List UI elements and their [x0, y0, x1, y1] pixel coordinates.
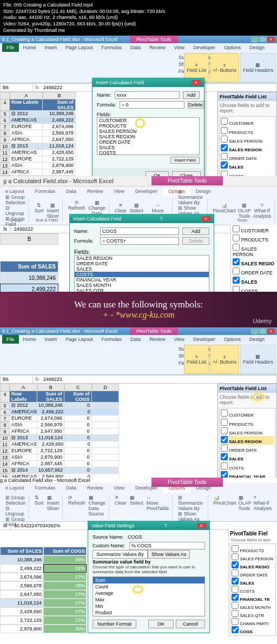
- fields-listbox[interactable]: CUSTOMERPRODUCTSSALES PERSONSALES REGION…: [97, 117, 200, 155]
- ribbon-tabs: FileHomeInsertPage LayoutFormulasDataRev…: [0, 43, 277, 52]
- col-b-header: B: [0, 233, 58, 245]
- window-title: 8.1_Creating a Calculated Field.xlsx - M…: [2, 37, 117, 42]
- dialog-close-icon[interactable]: ×: [192, 80, 201, 85]
- field-check-products[interactable]: PRODUCTS: [221, 127, 274, 136]
- tab-design[interactable]: Design: [245, 43, 269, 52]
- pivot-grid: AB 4Row LabelsSum of SALES5⊟ 201210,388,…: [0, 92, 76, 176]
- col-headers: AB: [0, 92, 76, 99]
- field-list-pane: PivotTable Fiel Choose fields to add PRO…: [228, 529, 277, 637]
- insert-calc-field-dialog: Insert Calculated Field?× Name:Add Formu…: [69, 214, 214, 292]
- name-input[interactable]: [115, 91, 180, 99]
- tab-data[interactable]: Data: [126, 43, 145, 52]
- tab-page-layout[interactable]: Page Layout: [61, 43, 97, 52]
- name-input[interactable]: [100, 227, 179, 235]
- delete-button[interactable]: Delete: [188, 101, 204, 109]
- tab-show-as[interactable]: Show Values As: [148, 550, 190, 559]
- table-row[interactable]: 8ASIA2,566,978: [0, 130, 76, 137]
- number-format-button[interactable]: Number Format: [93, 620, 136, 628]
- tab-review[interactable]: Review: [145, 43, 170, 52]
- tab-view[interactable]: View: [170, 43, 189, 52]
- window-title: g a Calculated Field.xlsx - Microsoft Ex…: [0, 176, 277, 186]
- table-row[interactable]: 5⊟ 201210,388,246: [0, 111, 76, 117]
- add-button[interactable]: Add: [182, 227, 209, 235]
- field-check-costs[interactable]: COSTS: [221, 171, 274, 177]
- panel-4: g a Calculated Field.xlsx - Microsoft Ex…: [0, 478, 277, 640]
- name-box[interactable]: B6: [1, 84, 33, 91]
- insert-calc-field-dialog: Insert Calculated Field× Name:Add Formul…: [92, 78, 205, 176]
- pivottable-tools-tab: PivotTable Tools: [130, 36, 178, 43]
- close-button[interactable]: ×: [267, 37, 275, 42]
- close-button[interactable]: Close: [172, 171, 201, 176]
- field-checklist: CUSTOMER PRODUCTS SALES PERSON SALES REG…: [219, 116, 275, 176]
- ribbon: Summarize Values By Show Values As Field…: [0, 344, 277, 375]
- fx-icon[interactable]: fx: [33, 84, 41, 91]
- min-button[interactable]: _: [251, 37, 259, 42]
- field-check-sales-region[interactable]: SALES REGION: [221, 144, 274, 153]
- fields-listbox[interactable]: SALES REGIONORDER DATESALESCOSTSFINANCIA…: [74, 255, 209, 292]
- tab-formulas[interactable]: Formulas: [97, 43, 127, 52]
- delete-button[interactable]: Delete: [182, 237, 209, 245]
- custom-name-input[interactable]: [129, 542, 205, 549]
- formula-input[interactable]: [120, 101, 184, 109]
- instruction-banner: We can use the following symbols: + - *w…: [0, 292, 277, 327]
- field-check-customer[interactable]: CUSTOMER: [221, 118, 274, 126]
- field-list-pane: PivotTable Field List Choose fields to a…: [217, 384, 277, 478]
- add-button[interactable]: Add: [183, 91, 200, 99]
- pivottable-tools-tab: PivotTable Tools: [151, 176, 223, 185]
- table-row[interactable]: 9AFRICA2,647,950: [0, 137, 76, 143]
- panel-2: g a Calculated Field.xlsx - Microsoft Ex…: [0, 176, 277, 292]
- table-row[interactable]: 6AMERICAS2,499,222: [0, 117, 76, 124]
- field-check-sales-person[interactable]: SALES PERSON: [221, 136, 274, 144]
- table-row[interactable]: 14AFRICA2,987,445: [0, 169, 76, 176]
- ribbon-tabs: e LayoutFormulasDataReviewViewDeveloperO…: [0, 186, 277, 196]
- pivot-grid: Sum of SALESSum of COGS 10,388,24626%2,4…: [0, 531, 87, 633]
- tab-home[interactable]: Home: [19, 43, 41, 52]
- udemy-logo: Udemy: [253, 318, 272, 324]
- cancel-button[interactable]: Cancel: [176, 620, 205, 628]
- calculation-listbox[interactable]: SumCountAverageMaxMinProduct: [93, 576, 205, 616]
- field-check-sales[interactable]: SALES: [221, 162, 274, 170]
- panel-3: 8.1_Creating a Calculated Field.xlsx - M…: [0, 327, 277, 478]
- value-field-settings-dialog: Value Field Settings?× Source Name: COGS…: [88, 521, 210, 633]
- tab-file[interactable]: File: [2, 43, 19, 52]
- window-buttons: _□×: [250, 37, 275, 42]
- formula-input[interactable]: [100, 237, 179, 245]
- table-row[interactable]: 11AMERICAS2,428,650: [0, 150, 76, 156]
- dialog-close-icon[interactable]: ×: [201, 216, 210, 222]
- field-checklist: CUSTOMER PRODUCTS SALES PERSON SALES REG…: [230, 225, 277, 292]
- dialog-help-icon[interactable]: ?: [157, 216, 166, 222]
- field-list-pane: PivotTable Field List Choose fields to a…: [217, 92, 277, 176]
- tab-insert[interactable]: Insert: [41, 43, 62, 52]
- field-check-order-date[interactable]: ORDER DATE: [221, 153, 274, 162]
- insert-field-button[interactable]: Insert Field: [170, 157, 200, 164]
- table-row[interactable]: 7EUROPE2,674,096: [0, 124, 76, 130]
- table-row[interactable]: 13ASIA2,879,900: [0, 163, 76, 169]
- table-row[interactable]: 10⊟ 201311,018,124: [0, 143, 76, 150]
- dialog-close-icon[interactable]: ×: [197, 523, 206, 528]
- field-headers-button[interactable]: ▦Field Headers: [240, 53, 276, 82]
- table-row[interactable]: 12EUROPE2,722,129: [0, 156, 76, 163]
- tab-options[interactable]: Options: [220, 43, 245, 52]
- plus-minus-button[interactable]: ±+/- Buttons: [210, 53, 239, 82]
- video-metadata: File: 005 Creating a Calculated Field.mp…: [0, 0, 277, 36]
- tab-summarize[interactable]: Summarize Values By: [93, 550, 148, 559]
- panel-1: 8.1_Creating a Calculated Field.xlsx - M…: [0, 36, 277, 176]
- max-button[interactable]: □: [259, 37, 267, 42]
- ok-button[interactable]: OK: [146, 171, 169, 176]
- tab-developer[interactable]: Developer: [189, 43, 220, 52]
- ok-button[interactable]: OK: [148, 620, 174, 628]
